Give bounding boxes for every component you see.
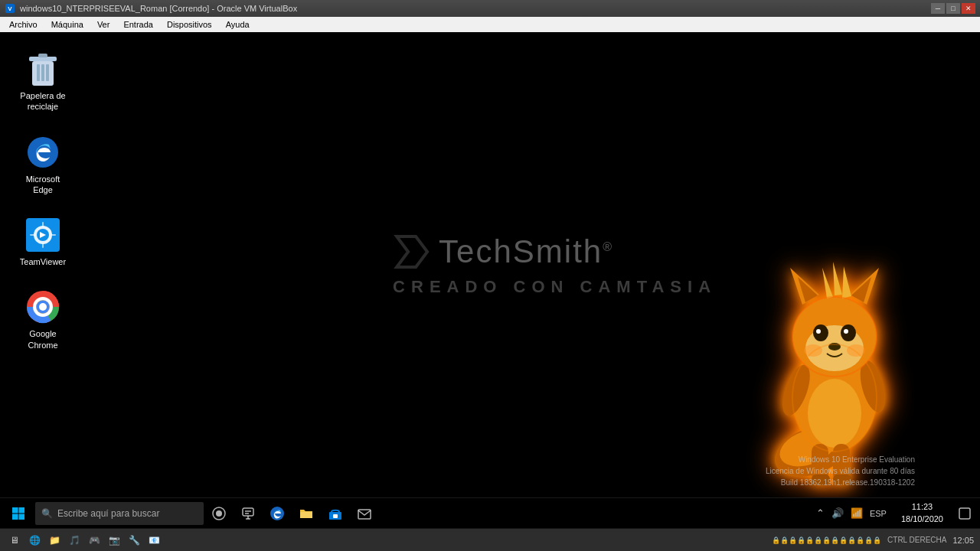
search-placeholder-text: Escribe aquí para buscar — [57, 508, 159, 519]
win-info-line2: Licencia de Windows válida durante 80 dí… — [766, 465, 915, 477]
vbox-win-controls: ─ □ ✕ — [931, 3, 975, 14]
host-clock: 12:05 — [952, 536, 974, 545]
search-box[interactable]: 🔍 Escribe aquí para buscar — [35, 502, 204, 525]
svg-point-42 — [844, 329, 848, 334]
svg-rect-49 — [19, 507, 25, 514]
desktop-icons: Papelera dereciclaje Microsoft Edge — [15, 47, 70, 354]
vbox-maximize-btn[interactable]: □ — [946, 3, 960, 14]
file-explorer-taskbar-button[interactable] — [292, 500, 320, 527]
svg-rect-62 — [358, 510, 371, 519]
host-icon-8[interactable]: 📧 — [145, 532, 162, 549]
svg-rect-61 — [333, 514, 338, 518]
microsoft-edge-icon[interactable]: Microsoft Edge — [15, 131, 70, 199]
vbox-menubar: Archivo Máquina Ver Entrada Dispositivos… — [0, 17, 980, 32]
notification-center-button[interactable] — [952, 498, 977, 529]
techsmith-brand-name: TechSmith® — [439, 233, 613, 270]
svg-point-39 — [813, 324, 828, 341]
host-icon-4[interactable]: 🎵 — [66, 532, 83, 549]
vbox-titlebar: V windows10_NTERPRISEEVAL_Roman [Corrend… — [0, 0, 980, 17]
recycle-bin-icon[interactable]: Papelera dereciclaje — [15, 47, 70, 116]
windows-info: Windows 10 Enterprise Evaluation Licenci… — [766, 454, 915, 488]
desktop-background[interactable]: Papelera dereciclaje Microsoft Edge — [0, 32, 980, 497]
recycle-bin-label: Papelera dereciclaje — [20, 90, 65, 112]
win-info-line3: Build 18362.19h1.release.190318-1202 — [766, 477, 915, 488]
taskbar-right: ⌃ 🔊 📶 ESP 11:23 18/10/2020 — [811, 498, 977, 529]
recycle-bin-svg — [26, 51, 60, 87]
svg-rect-50 — [12, 514, 18, 520]
svg-marker-37 — [842, 266, 851, 298]
svg-point-41 — [816, 329, 821, 334]
store-icon — [328, 506, 343, 521]
tray-lang[interactable]: ESP — [867, 507, 889, 520]
svg-text:V: V — [8, 5, 12, 12]
vbox-close-btn[interactable]: ✕ — [962, 3, 975, 14]
tray-network-icon[interactable]: 🔊 — [829, 506, 846, 520]
win-info-line1: Windows 10 Enterprise Evaluation — [766, 454, 915, 465]
vbox-minimize-btn[interactable]: ─ — [931, 3, 945, 14]
host-icon-5[interactable]: 🎮 — [86, 532, 103, 549]
svg-marker-35 — [822, 268, 833, 298]
search-taskbar-button[interactable] — [234, 500, 262, 527]
svg-rect-51 — [19, 514, 25, 520]
menu-ver[interactable]: Ver — [91, 18, 116, 31]
file-explorer-icon — [299, 506, 314, 521]
host-icon-6[interactable]: 📷 — [106, 532, 122, 549]
teamviewer-icon[interactable]: TeamViewer — [15, 214, 70, 270]
vm-display[interactable]: Papelera dereciclaje Microsoft Edge — [0, 32, 980, 528]
clock-date: 18/10/2020 — [901, 514, 943, 525]
edge-image — [24, 134, 61, 171]
tray-volume-icon[interactable]: 📶 — [848, 506, 865, 520]
edge-taskbar-icon — [270, 506, 285, 521]
techsmith-tagline: CREADO CON CAMTASIA — [393, 277, 717, 297]
mail-taskbar-button[interactable] — [351, 500, 378, 527]
host-icon-7[interactable]: 🔧 — [126, 532, 142, 549]
techsmith-logo: TechSmith® — [393, 233, 717, 271]
techsmith-reg: ® — [603, 240, 613, 253]
edge-label: Microsoft Edge — [18, 174, 67, 196]
task-view-button[interactable] — [205, 500, 233, 527]
menu-archivo[interactable]: Archivo — [3, 18, 44, 31]
tray-up-arrow[interactable]: ⌃ — [814, 506, 827, 520]
techsmith-watermark: TechSmith® CREADO CON CAMTASIA — [393, 233, 717, 297]
svg-rect-5 — [41, 64, 44, 81]
chrome-image — [24, 289, 61, 325]
recycle-bin-image — [24, 51, 61, 87]
menu-maquina[interactable]: Máquina — [45, 18, 90, 31]
svg-point-40 — [841, 324, 856, 341]
google-chrome-icon[interactable]: Google Chrome — [15, 285, 70, 354]
host-icon-2[interactable]: 🌐 — [26, 532, 43, 549]
clock-time: 11:23 — [901, 501, 943, 513]
svg-point-23 — [808, 379, 861, 448]
windows-logo-icon — [11, 507, 25, 520]
edge-svg — [26, 135, 60, 169]
svg-rect-54 — [243, 508, 253, 516]
teamviewer-svg — [26, 218, 60, 252]
host-taskbar: 🖥 🌐 📁 🎵 🎮 📷 🔧 📧 🔒🔒🔒🔒🔒🔒🔒🔒🔒🔒🔒🔒🔒 CTRL DEREC… — [0, 528, 980, 551]
virtualbox-window: V windows10_NTERPRISEEVAL_Roman [Corrend… — [0, 0, 980, 551]
search-icon: 🔍 — [41, 508, 53, 519]
menu-dispositivos[interactable]: Dispositivos — [161, 18, 218, 31]
mail-icon — [357, 506, 372, 521]
windows-taskbar: 🔍 Escribe aquí para buscar — [0, 497, 980, 528]
svg-point-45 — [847, 344, 865, 357]
svg-point-44 — [804, 344, 822, 357]
chrome-svg — [26, 290, 60, 324]
menu-ayuda[interactable]: Ayuda — [220, 18, 256, 31]
teamviewer-label: TeamViewer — [20, 256, 66, 267]
svg-point-18 — [39, 303, 47, 311]
vbox-title-left: V windows10_NTERPRISEEVAL_Roman [Corrend… — [5, 3, 297, 14]
svg-rect-6 — [46, 64, 49, 81]
system-tray: ⌃ 🔊 📶 ESP — [811, 506, 892, 520]
svg-marker-36 — [833, 262, 842, 295]
svg-marker-19 — [397, 236, 427, 267]
system-clock[interactable]: 11:23 18/10/2020 — [895, 501, 949, 525]
store-taskbar-button[interactable] — [322, 500, 349, 527]
start-button[interactable] — [3, 498, 34, 529]
vbox-title-text: windows10_NTERPRISEEVAL_Roman [Correndo]… — [20, 4, 297, 13]
edge-taskbar-button[interactable] — [263, 500, 291, 527]
host-icon-3[interactable]: 📁 — [46, 532, 63, 549]
techsmith-arrow-svg — [393, 233, 431, 271]
svg-point-53 — [216, 510, 222, 517]
host-icon-1[interactable]: 🖥 — [6, 532, 23, 549]
menu-entrada[interactable]: Entrada — [117, 18, 159, 31]
